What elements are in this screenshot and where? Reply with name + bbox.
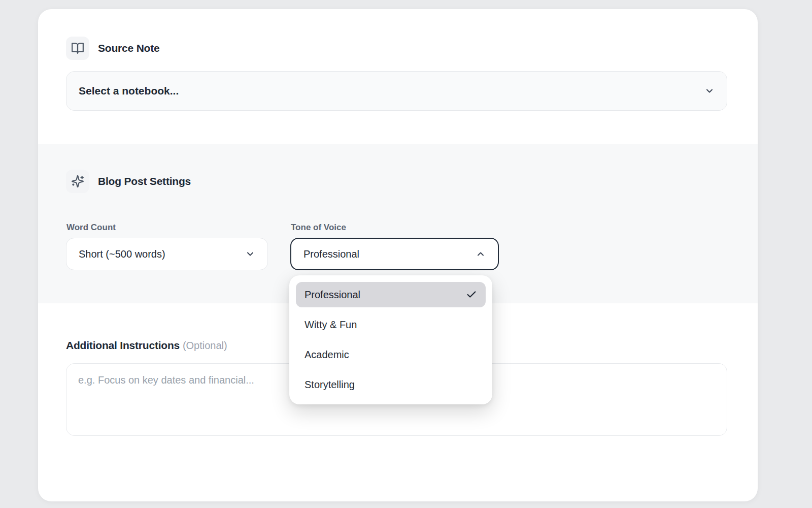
tone-dropdown-menu: Professional Witty & Fun Academic Storyt… — [289, 275, 492, 404]
source-note-title: Source Note — [98, 42, 160, 54]
menu-item-storytelling[interactable]: Storytelling — [296, 372, 486, 397]
menu-item-label: Academic — [304, 349, 349, 361]
menu-item-academic[interactable]: Academic — [296, 342, 486, 367]
menu-item-label: Witty & Fun — [304, 319, 357, 331]
book-open-icon — [66, 37, 89, 60]
additional-instructions-label: Additional Instructions (Optional) — [66, 339, 227, 352]
chevron-down-icon — [245, 249, 255, 259]
menu-item-professional[interactable]: Professional — [296, 282, 486, 307]
blog-post-settings-header: Blog Post Settings — [66, 170, 191, 193]
optional-hint: (Optional) — [183, 340, 227, 351]
blog-generator-card: Source Note Select a notebook... Blog Po… — [38, 9, 758, 501]
word-count-value: Short (~500 words) — [79, 248, 165, 260]
chevron-up-icon — [476, 249, 486, 259]
source-note-header: Source Note — [66, 37, 160, 60]
menu-item-label: Storytelling — [304, 379, 355, 391]
word-count-label: Word Count — [66, 223, 116, 233]
check-icon — [466, 289, 477, 300]
tone-of-voice-value: Professional — [303, 248, 359, 260]
tone-of-voice-label: Tone of Voice — [291, 223, 346, 233]
blog-post-settings-title: Blog Post Settings — [98, 175, 191, 187]
tone-of-voice-select[interactable]: Professional — [290, 238, 499, 270]
menu-item-label: Professional — [304, 289, 360, 301]
menu-item-witty-fun[interactable]: Witty & Fun — [296, 312, 486, 337]
notebook-select-value: Select a notebook... — [79, 85, 179, 97]
additional-instructions-text: Additional Instructions — [66, 339, 180, 351]
chevron-down-icon — [704, 86, 715, 96]
word-count-select[interactable]: Short (~500 words) — [66, 238, 268, 270]
sparkles-icon — [66, 170, 89, 193]
notebook-select[interactable]: Select a notebook... — [66, 71, 727, 111]
